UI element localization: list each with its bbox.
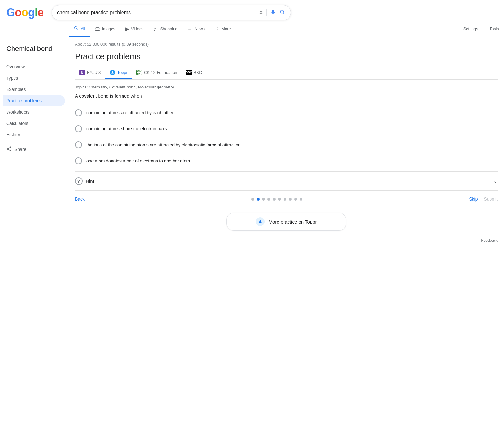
radio-4[interactable]	[75, 157, 82, 164]
dot-6[interactable]	[284, 198, 286, 201]
tab-more[interactable]: ⋮ More	[210, 22, 236, 37]
tab-news-label: News	[195, 26, 205, 31]
tab-all[interactable]: All	[69, 22, 90, 37]
source-tab-bbc-label: BBC	[193, 70, 202, 75]
chevron-down-icon[interactable]: ⌄	[493, 178, 498, 185]
dot-0[interactable]	[251, 198, 254, 201]
sidebar-item-calculators[interactable]: Calculators	[6, 118, 65, 129]
search-input[interactable]	[57, 10, 255, 15]
sidebar-item-label: Overview	[6, 64, 25, 69]
header: Google ✕	[0, 0, 504, 20]
dot-7[interactable]	[289, 198, 292, 201]
sidebar-title: Chemical bond	[6, 44, 65, 54]
option-2-text: combining atoms share the electron pairs	[86, 126, 167, 131]
sidebar-item-history[interactable]: History	[6, 129, 65, 140]
byjus-icon: B	[79, 70, 85, 75]
nav-tabs: All 🖼 Images ▶ Videos 🏷 Shopping News ⋮ …	[0, 20, 504, 37]
option-1[interactable]: combining atoms are attracted by each ot…	[75, 105, 498, 121]
sidebar-item-label: Types	[6, 76, 18, 81]
option-3[interactable]: the ions of the combining atoms are attr…	[75, 137, 498, 153]
dot-1[interactable]	[257, 198, 260, 201]
source-tab-byjus[interactable]: B BYJU'S	[75, 66, 105, 79]
sidebar: Chemical bond Overview Types Examples Pr…	[6, 37, 65, 254]
clear-icon[interactable]: ✕	[259, 9, 263, 16]
pagination-dots	[251, 198, 302, 201]
news-tab-icon	[188, 26, 193, 32]
more-practice-button[interactable]: More practice on Toppr	[226, 213, 346, 231]
share-button[interactable]: Share	[6, 143, 65, 156]
tab-news[interactable]: News	[183, 22, 210, 37]
share-label: Share	[14, 147, 26, 152]
main: Chemical bond Overview Types Examples Pr…	[0, 37, 504, 254]
toppr-icon	[110, 70, 115, 75]
back-button[interactable]: Back	[75, 196, 85, 202]
skip-button[interactable]: Skip	[469, 196, 478, 202]
tab-shopping-label: Shopping	[160, 26, 178, 31]
ck12-icon: CK-12	[136, 70, 142, 75]
option-3-text: the ions of the combining atoms are attr…	[86, 142, 240, 147]
svg-rect-0	[188, 27, 192, 27]
source-tab-byjus-label: BYJU'S	[87, 70, 101, 75]
dot-5[interactable]	[278, 198, 281, 201]
tab-images-label: Images	[102, 26, 115, 31]
dot-2[interactable]	[262, 198, 265, 201]
option-4[interactable]: one atom donates a pair of electrons to …	[75, 153, 498, 169]
sidebar-item-label: Practice problems	[6, 98, 42, 103]
shopping-tab-icon: 🏷	[154, 26, 158, 31]
sidebar-item-overview[interactable]: Overview	[6, 61, 65, 72]
google-logo: Google	[6, 6, 43, 19]
sidebar-item-examples[interactable]: Examples	[6, 84, 65, 95]
content: About 52,000,000 results (0.89 seconds) …	[65, 37, 498, 254]
tab-videos-label: Videos	[131, 26, 144, 31]
videos-tab-icon: ▶	[125, 26, 129, 32]
more-practice-wrap: More practice on Toppr	[75, 213, 498, 231]
mic-icon[interactable]	[270, 9, 276, 16]
radio-2[interactable]	[75, 125, 82, 132]
radio-3[interactable]	[75, 141, 82, 148]
dot-8[interactable]	[294, 198, 297, 201]
tab-more-label: More	[221, 26, 231, 31]
search-divider	[266, 9, 267, 16]
tab-images[interactable]: 🖼 Images	[90, 22, 120, 36]
option-2[interactable]: combining atoms share the electron pairs	[75, 121, 498, 137]
hint-label: Hint	[86, 179, 94, 184]
tab-shopping[interactable]: 🏷 Shopping	[149, 22, 183, 36]
nav-bottom: Back Skip Submit	[75, 191, 498, 207]
source-tab-toppr[interactable]: Toppr	[105, 66, 132, 79]
section-title: Practice problems	[75, 52, 498, 61]
search-tab-icon	[74, 26, 79, 32]
tab-videos[interactable]: ▶ Videos	[120, 22, 149, 37]
source-tab-ck12[interactable]: CK-12 CK-12 Foundation	[132, 66, 182, 79]
dot-3[interactable]	[267, 198, 270, 201]
sidebar-item-types[interactable]: Types	[6, 72, 65, 84]
sidebar-item-label: History	[6, 132, 20, 137]
option-4-text: one atom donates a pair of electrons to …	[86, 158, 190, 163]
source-tab-toppr-label: Toppr	[117, 70, 128, 75]
settings-link[interactable]: Settings	[458, 23, 483, 36]
search-icon[interactable]	[279, 9, 286, 16]
hint-section[interactable]: ? Hint ⌄	[75, 171, 498, 191]
bbc-icon: BBC	[186, 70, 192, 75]
tab-all-label: All	[81, 26, 85, 31]
options-list: combining atoms are attracted by each ot…	[75, 105, 498, 169]
nav-settings: Settings Tools	[458, 23, 504, 36]
search-bar-wrap: ✕	[52, 5, 291, 20]
dot-9[interactable]	[300, 198, 302, 201]
search-bar: ✕	[52, 5, 291, 20]
source-tab-ck12-label: CK-12 Foundation	[144, 70, 177, 75]
tools-link[interactable]: Tools	[484, 23, 504, 36]
feedback-area: Feedback	[75, 238, 498, 249]
more-tab-icon: ⋮	[215, 26, 220, 32]
sidebar-item-practice-problems[interactable]: Practice problems	[3, 95, 65, 106]
results-count: About 52,000,000 results (0.89 seconds)	[75, 42, 498, 47]
hint-left: ? Hint	[75, 177, 94, 185]
dot-4[interactable]	[273, 198, 276, 201]
feedback-link[interactable]: Feedback	[481, 238, 498, 243]
toppr-btn-icon	[256, 217, 265, 226]
radio-1[interactable]	[75, 109, 82, 116]
sidebar-item-worksheets[interactable]: Worksheets	[6, 106, 65, 118]
topics-text: Topics: Chemistry, Covalent bond, Molecu…	[75, 85, 498, 89]
source-tab-bbc[interactable]: BBC BBC	[181, 66, 206, 79]
settings-label: Settings	[463, 26, 478, 31]
share-icon	[6, 146, 12, 153]
